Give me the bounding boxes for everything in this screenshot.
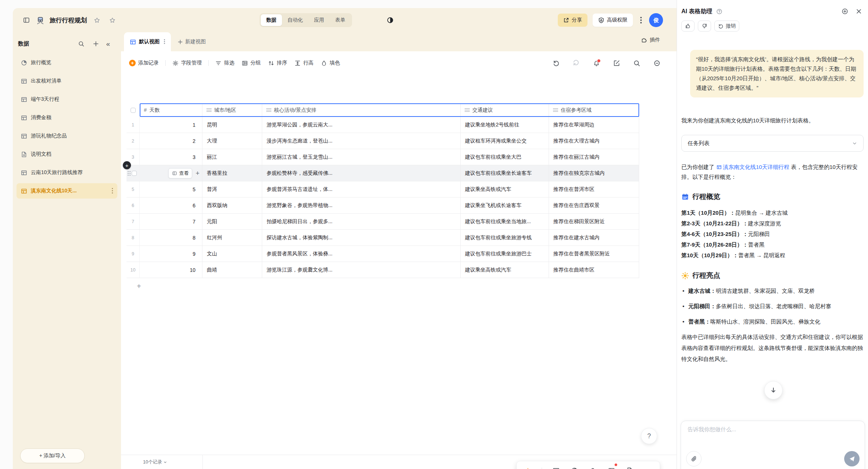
cell-transport[interactable]: 建议包车前往或乘坐长途客车 [461,165,549,181]
cell-city[interactable]: 大理 [202,133,262,149]
cell-stay[interactable]: 推荐住在翠湖周边 [549,117,639,133]
quick-access-star-icon[interactable] [107,15,118,26]
cell-stay[interactable]: 推荐住在建水古城内 [549,230,639,246]
add-table-icon[interactable] [91,39,100,48]
plugin-button[interactable]: 插件 [641,37,660,43]
search-icon[interactable] [77,39,85,48]
cell-stay[interactable]: 推荐住在丽江古城内 [549,149,639,165]
row-height-button[interactable]: 行高 [291,57,317,69]
view-options-icon[interactable] [164,39,165,44]
row-gutter[interactable]: 7 [127,214,140,230]
cell-day[interactable]: 9 查看 + [140,246,202,262]
favorite-star-icon[interactable] [91,15,102,26]
cell-activity[interactable]: 参观普洱茶马古道遗址，体... [262,181,461,197]
dashboard-icon[interactable] [607,465,616,469]
cell-transport[interactable]: 建议包车前往或乘坐大巴 [461,149,549,165]
column-header-transport[interactable]: 交通建议 [461,103,549,117]
quick-add-icon[interactable]: + [194,170,201,177]
created-table-link[interactable]: 滇东南文化线10天详细行程 [716,164,790,170]
column-header-stay[interactable]: 住宿参考区域 [549,103,639,117]
share-button[interactable]: 分享 [558,14,587,27]
new-chat-icon[interactable] [840,7,850,16]
help-circle-icon[interactable] [715,7,723,15]
row-gutter[interactable]: 5 [127,181,140,197]
sort-button[interactable]: 排序 [264,57,291,69]
cell-day[interactable]: 10 查看 + [140,262,202,278]
cell-activity[interactable]: 参观普者黑风景区，体验彝... [262,246,461,262]
cell-activity[interactable]: 探访建水古城，体验紫陶制... [262,230,461,246]
row-checkbox[interactable] [132,171,137,176]
add-row-button[interactable]: + [127,278,639,294]
chart-icon[interactable] [551,465,560,469]
cell-transport[interactable]: 建议乘坐地铁2号线前往 [461,117,549,133]
sidebar-table-item[interactable]: 滇东南文化线10天... [17,183,117,199]
record-count[interactable]: 10个记录 [143,459,167,465]
ai-input-box[interactable]: 告诉我你想做什么... [681,421,865,469]
compose-icon[interactable] [612,59,621,67]
sidebar-table-item[interactable]: 端午3天行程 [17,92,117,107]
tab-data[interactable]: 数据 [261,14,282,26]
cell-stay[interactable]: 推荐住在大理古城内 [549,133,639,149]
cell-day[interactable]: 6 查看 + [140,197,202,214]
thumbs-down-button[interactable] [698,21,711,32]
cell-transport[interactable]: 建议乘坐高铁或汽车 [461,181,549,197]
cell-day[interactable]: 3 查看 + [140,149,202,165]
cell-day[interactable]: 7 查看 + [140,214,202,230]
cell-day[interactable]: 8 查看 + [140,230,202,246]
cell-transport[interactable]: 建议租车环洱海或乘坐公交 [461,133,549,149]
ai-magic-icon[interactable] [523,465,532,469]
cell-city[interactable]: 曲靖 [202,262,262,278]
theme-contrast-icon[interactable] [385,15,396,26]
column-header-city[interactable]: 城市/地区 [202,103,262,117]
cell-day[interactable]: 4 查看 + [140,165,202,181]
tab-apps[interactable]: 应用 [308,14,330,26]
fill-color-button[interactable]: 填色 [317,57,344,69]
chevron-icon[interactable] [644,465,653,469]
scroll-to-bottom-button[interactable] [764,381,783,399]
cell-activity[interactable]: 游览珠江源，参观爨文化博... [262,262,461,278]
sidebar-toggle-icon[interactable] [21,15,32,26]
redo-icon[interactable] [572,59,581,67]
collapse-sidebar-icon[interactable]: « [106,40,110,47]
select-all-checkbox[interactable] [131,108,136,113]
field-manage-button[interactable]: 字段管理 [169,57,205,69]
cell-city[interactable]: 丽江 [202,149,262,165]
cell-activity[interactable]: 漫步洱海生态廊道，登苍山... [262,133,461,149]
cell-day[interactable]: 5 查看 + [140,181,202,197]
task-list-dropdown[interactable]: 任务列表 [681,135,864,152]
cell-stay[interactable]: 推荐住在普者黑景区附近 [549,246,639,262]
cell-stay[interactable]: 推荐住在独克宗古城内 [549,165,639,181]
notification-bell-icon[interactable] [592,59,601,67]
cell-transport[interactable]: 建议包车前往或乘坐当地旅... [461,214,549,230]
sidebar-table-item[interactable]: 消费金额 [17,110,117,125]
add-record-button[interactable]: + 添加记录 [125,57,162,69]
attachment-button[interactable] [686,451,702,466]
cell-city[interactable]: 西双版纳 [202,197,262,214]
cell-stay[interactable]: 推荐住在告庄西双景 [549,197,639,214]
form-icon[interactable] [625,465,634,469]
add-import-button[interactable]: + 添加/导入 [20,448,85,463]
cell-activity[interactable]: 游览野象谷，参观热带植物... [262,197,461,214]
cell-city[interactable]: 红河州 [202,230,262,246]
tab-forms[interactable]: 表单 [330,14,351,26]
row-gutter[interactable]: 8 [127,230,140,246]
undo-action-button[interactable]: 撤销 [714,21,739,32]
cell-transport[interactable]: 建议乘坐飞机或长途客车 [461,197,549,214]
sidebar-table-item[interactable]: 游玩礼物纪念品 [17,128,117,144]
cell-city[interactable]: 昆明 [202,117,262,133]
person-icon[interactable] [588,465,597,469]
advanced-permission-button[interactable]: 高级权限 [593,14,633,27]
row-gutter[interactable]: 9 [127,246,140,262]
cell-city[interactable]: 元阳 [202,214,262,230]
item-options-icon[interactable] [112,188,113,194]
row-gutter[interactable]: 6 [127,197,140,214]
send-button[interactable] [844,451,860,466]
cell-activity[interactable]: 游览丽江古城，登玉龙雪山... [262,149,461,165]
sidebar-table-item[interactable]: 出发核对清单 [17,73,117,89]
insert-row-button[interactable]: + [123,161,131,169]
cell-transport[interactable]: 建议乘坐高铁或汽车 [461,262,549,278]
cell-activity[interactable]: 拍摄哈尼梯田日出，参观多... [262,214,461,230]
column-header-activity[interactable]: 核心活动/景点安排 [262,103,461,117]
new-view-button[interactable]: 新建视图 [171,32,212,51]
row-gutter[interactable]: 10 [127,262,140,278]
